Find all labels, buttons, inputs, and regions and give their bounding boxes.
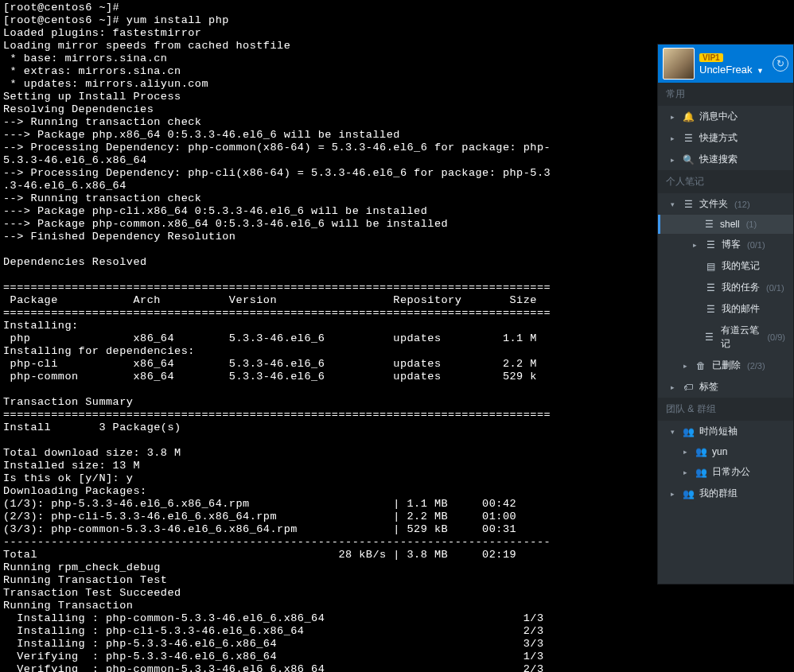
chevron-right-icon: ▸ xyxy=(671,113,677,121)
nav-team-fashion[interactable]: ▾ 👥 时尚短袖 xyxy=(658,421,793,442)
count-badge: (12) xyxy=(734,200,750,209)
nav-label: 消息中心 xyxy=(699,110,738,123)
doc-icon: ▤ xyxy=(704,261,717,272)
note-icon: ☰ xyxy=(704,239,717,251)
group-icon: 👥 xyxy=(682,488,695,499)
nav-label: 我的任务 xyxy=(722,281,760,294)
nav-tasks[interactable]: ☰ 我的任务 (0/1) xyxy=(658,277,793,298)
sidebar-panel: VIP1 UncleFreak ▼ ↻ 常用 ▸ 🔔 消息中心 ▸ ☰ 快捷方式… xyxy=(657,44,794,585)
mail-icon: ☰ xyxy=(704,304,717,315)
count-badge: (1) xyxy=(746,219,757,229)
search-icon: 🔍 xyxy=(682,154,695,165)
chevron-right-icon: ▸ xyxy=(683,362,690,370)
shortcut-icon: ☰ xyxy=(682,133,695,144)
bell-icon: 🔔 xyxy=(682,111,695,122)
nav-label: 标签 xyxy=(699,380,718,394)
note-icon: ☰ xyxy=(703,332,716,343)
nav-trash[interactable]: ▸ 🗑 已删除 (2/3) xyxy=(658,355,793,376)
username-dropdown[interactable]: UncleFreak ▼ xyxy=(699,64,764,76)
nav-messages[interactable]: ▸ 🔔 消息中心 xyxy=(658,106,793,127)
nav-youdao[interactable]: ☰ 有道云笔记 (0/9) xyxy=(658,320,793,355)
nav-search[interactable]: ▸ 🔍 快速搜索 xyxy=(658,149,793,170)
chevron-down-icon: ▾ xyxy=(671,428,677,436)
tag-icon: 🏷 xyxy=(682,382,695,393)
chevron-down-icon: ▾ xyxy=(671,200,677,208)
user-header: VIP1 UncleFreak ▼ ↻ xyxy=(658,45,793,83)
nav-label: 已删除 xyxy=(712,359,741,372)
nav-blog[interactable]: ▸ ☰ 博客 (0/1) xyxy=(658,234,793,255)
count-badge: (0/9) xyxy=(767,332,785,342)
group-icon: 👥 xyxy=(695,446,707,457)
nav-mynotes[interactable]: ▤ 我的笔记 xyxy=(658,255,793,277)
chevron-down-icon: ▼ xyxy=(757,67,764,75)
username-label: UncleFreak xyxy=(699,64,752,76)
count-badge: (0/1) xyxy=(766,283,784,293)
avatar[interactable] xyxy=(663,48,695,80)
chevron-right-icon: ▸ xyxy=(671,156,677,164)
chevron-right-icon: ▸ xyxy=(683,448,690,456)
count-badge: (0/1) xyxy=(747,240,765,250)
chevron-right-icon: ▸ xyxy=(671,134,677,142)
group-icon: 👥 xyxy=(682,426,695,437)
nav-team-yun[interactable]: ▸ 👥 yun xyxy=(658,442,793,461)
chevron-right-icon: ▸ xyxy=(693,241,699,249)
trash-icon: 🗑 xyxy=(695,360,707,371)
nav-label: 快捷方式 xyxy=(699,131,738,145)
nav-shell[interactable]: ☰ shell (1) xyxy=(658,215,793,234)
nav-team-daily[interactable]: ▸ 👥 日常办公 xyxy=(658,461,793,483)
nav-label: 日常办公 xyxy=(712,465,750,479)
section-teams: 团队 & 群组 xyxy=(658,398,793,421)
nav-label: 我的邮件 xyxy=(722,302,760,316)
nav-tags[interactable]: ▸ 🏷 标签 xyxy=(658,376,793,398)
chevron-right-icon: ▸ xyxy=(683,468,690,476)
nav-label: 快速搜索 xyxy=(699,153,738,166)
sync-button[interactable]: ↻ xyxy=(773,56,788,72)
vip-badge: VIP1 xyxy=(699,53,723,62)
section-notes: 个人笔记 xyxy=(658,170,793,193)
note-icon: ☰ xyxy=(703,219,715,230)
nav-shortcuts[interactable]: ▸ ☰ 快捷方式 xyxy=(658,127,793,149)
nav-label: 我的群组 xyxy=(699,487,738,500)
nav-label: 有道云笔记 xyxy=(721,324,761,351)
nav-label: yun xyxy=(712,446,727,457)
chevron-right-icon: ▸ xyxy=(671,490,677,498)
nav-label: 文件夹 xyxy=(699,197,728,211)
count-badge: (2/3) xyxy=(747,361,765,371)
nav-mail[interactable]: ☰ 我的邮件 xyxy=(658,298,793,320)
nav-mygroups[interactable]: ▸ 👥 我的群组 xyxy=(658,483,793,504)
nav-label: 时尚短袖 xyxy=(699,425,738,438)
section-common: 常用 xyxy=(658,83,793,106)
task-icon: ☰ xyxy=(704,282,717,293)
nav-label: shell xyxy=(720,219,740,230)
nav-label: 博客 xyxy=(722,238,741,251)
nav-label: 我的笔记 xyxy=(722,259,760,273)
chevron-right-icon: ▸ xyxy=(671,383,677,391)
group-icon: 👥 xyxy=(695,467,707,478)
nav-folder[interactable]: ▾ ☰ 文件夹 (12) xyxy=(658,193,793,215)
folder-icon: ☰ xyxy=(682,199,695,210)
sync-icon: ↻ xyxy=(776,58,784,69)
